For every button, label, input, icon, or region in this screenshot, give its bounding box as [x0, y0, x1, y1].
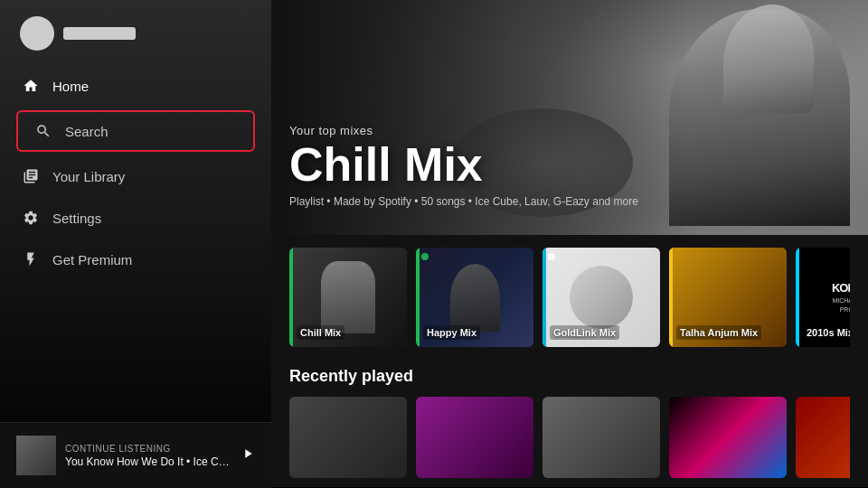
- hero-title: Chill Mix: [289, 141, 638, 188]
- home-icon: [22, 77, 40, 95]
- now-playing-info: CONTINUE LISTENING You Know How We Do It…: [65, 444, 231, 468]
- mix-label-talha: Talha Anjum Mix: [676, 325, 761, 340]
- hero-banner[interactable]: Your top mixes Chill Mix Playlist • Made…: [271, 0, 868, 235]
- library-icon: [22, 167, 40, 185]
- sidebar-item-premium-label: Get Premium: [52, 252, 132, 267]
- recently-played-title: Recently played: [289, 367, 850, 386]
- recently-played-section: Recently played: [271, 356, 868, 487]
- mix-card-chill[interactable]: Chill Mix: [289, 248, 407, 347]
- mix-label-goldlink: GoldLink Mix: [550, 325, 619, 340]
- search-icon: [34, 122, 52, 140]
- mix-thumbnail-goldlink: GoldLink Mix: [542, 248, 660, 347]
- lightning-icon: [22, 250, 40, 268]
- recent-card-1[interactable]: [289, 397, 407, 478]
- sidebar-item-settings[interactable]: Settings: [0, 197, 271, 239]
- sidebar-item-library-label: Your Library: [52, 169, 125, 184]
- sidebar-nav: Home Search Your Library: [0, 65, 271, 422]
- mix-thumbnail-chill: Chill Mix: [289, 248, 407, 347]
- avatar: [20, 16, 54, 51]
- play-button[interactable]: [241, 446, 255, 465]
- recent-card-3[interactable]: [542, 397, 660, 478]
- sidebar-item-library[interactable]: Your Library: [0, 155, 271, 197]
- mix-label-happy: Happy Mix: [423, 325, 480, 340]
- recent-card-4[interactable]: [669, 397, 787, 478]
- mix-label-2010s: 2010s Mix: [803, 325, 850, 340]
- recent-card-2[interactable]: [416, 397, 533, 478]
- mix-label-chill: Chill Mix: [297, 325, 344, 340]
- recently-played-row: [289, 397, 850, 478]
- sidebar-item-premium[interactable]: Get Premium: [0, 239, 271, 280]
- continue-listening-label: CONTINUE LISTENING: [65, 444, 231, 454]
- hero-subtitle: Your top mixes: [289, 124, 638, 137]
- now-playing-bar: CONTINUE LISTENING You Know How We Do It…: [0, 422, 271, 488]
- sidebar-item-search-label: Search: [65, 124, 108, 139]
- mix-card-happy[interactable]: Happy Mix: [416, 248, 533, 347]
- mixes-row: Chill Mix Happy Mix: [289, 248, 850, 347]
- sidebar: Home Search Your Library: [0, 0, 271, 488]
- mix-card-goldlink[interactable]: GoldLink Mix: [542, 248, 660, 347]
- mix-card-2010s[interactable]: KONTOR MICHAELMINDPROJECT 2010s Mix: [796, 248, 850, 347]
- mix-thumbnail-happy: Happy Mix: [416, 248, 533, 347]
- main-content: Your top mixes Chill Mix Playlist • Made…: [271, 0, 868, 488]
- mixes-section: Chill Mix Happy Mix: [271, 235, 868, 356]
- now-playing-thumbnail: [16, 436, 56, 475]
- hero-text: Your top mixes Chill Mix Playlist • Made…: [289, 124, 638, 208]
- sidebar-item-search[interactable]: Search: [16, 110, 255, 152]
- now-playing-song: You Know How We Do It • Ice Cu...: [65, 455, 231, 468]
- recent-card-5[interactable]: [796, 397, 850, 478]
- user-name: [63, 27, 136, 40]
- mix-thumbnail-talha: Talha Anjum Mix: [669, 248, 787, 347]
- sidebar-item-home[interactable]: Home: [0, 65, 271, 107]
- sidebar-item-settings-label: Settings: [52, 211, 101, 226]
- mix-thumbnail-2010s: KONTOR MICHAELMINDPROJECT 2010s Mix: [796, 248, 850, 347]
- hero-meta: Playlist • Made by Spotify • 50 songs • …: [289, 195, 638, 208]
- settings-icon: [22, 209, 40, 227]
- sidebar-item-home-label: Home: [52, 79, 89, 94]
- mix-card-talha[interactable]: Talha Anjum Mix: [669, 248, 787, 347]
- user-profile[interactable]: [0, 0, 271, 65]
